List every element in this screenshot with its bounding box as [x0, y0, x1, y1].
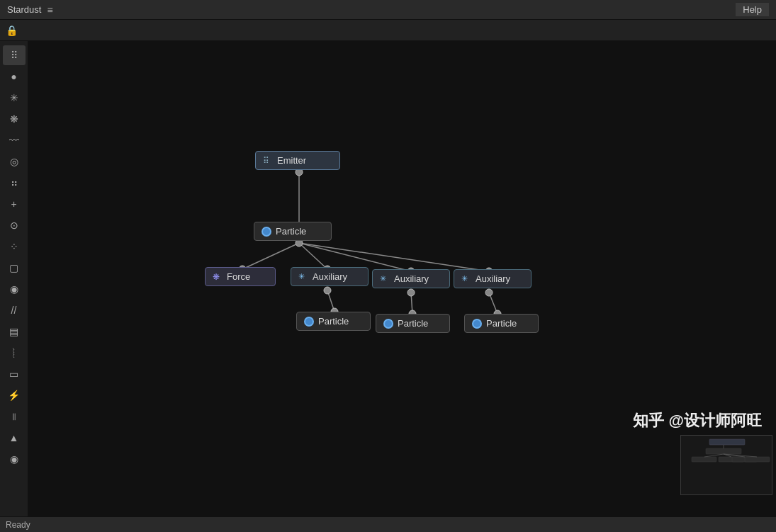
- sidebar: ⠿ ● ✳ ❋ 〰 ◎ ⠶ + ⊙ ⁘ ▢ ◉ // ▤ ⦚ ▭ ⚡ ⦀ ▲ ◉: [0, 41, 28, 516]
- particle-main-label: Particle: [276, 226, 306, 237]
- particle2-label: Particle: [318, 316, 349, 327]
- sidebar-item-panel[interactable]: ▤: [3, 322, 26, 341]
- auxiliary2-node[interactable]: ✳ Auxiliary: [372, 269, 450, 288]
- box-icon: ▢: [9, 262, 18, 273]
- auxiliary1-label: Auxiliary: [313, 271, 347, 282]
- target-icon: ◎: [10, 156, 18, 167]
- help-button[interactable]: Help: [736, 3, 769, 16]
- particle3-label: Particle: [398, 318, 428, 329]
- svg-rect-25: [745, 457, 770, 462]
- sidebar-item-burst[interactable]: ✳: [3, 88, 26, 108]
- svg-line-2: [299, 243, 327, 269]
- svg-point-15: [407, 289, 415, 296]
- dots-circle-icon: ⊙: [10, 220, 18, 231]
- particle2-node[interactable]: Particle: [296, 312, 371, 331]
- triangle-icon: ▲: [9, 432, 19, 443]
- emitter-label: Emitter: [277, 155, 306, 166]
- force-label: Force: [227, 271, 250, 282]
- auxiliary3-icon: ✳: [461, 274, 471, 284]
- sidebar-item-face[interactable]: ◉: [3, 449, 26, 469]
- sidebar-item-sphere[interactable]: ◉: [3, 279, 26, 299]
- minimap[interactable]: [680, 435, 772, 495]
- status-text: Ready: [6, 520, 30, 530]
- particle4-icon: [472, 319, 482, 329]
- minimap-inner: [681, 436, 772, 494]
- lines-icon: //: [11, 305, 17, 316]
- burst-icon: ✳: [10, 92, 18, 103]
- app-title: Stardust: [7, 4, 41, 15]
- auxiliary3-label: Auxiliary: [476, 273, 510, 284]
- sidebar-item-bars[interactable]: ⦚: [3, 343, 26, 363]
- emitter-node[interactable]: ⠿ Emitter: [255, 151, 340, 170]
- emitter-icon: ⠿: [263, 156, 273, 166]
- particle-main-icon: [262, 227, 271, 237]
- particle3-node[interactable]: Particle: [376, 314, 450, 333]
- main-area: ⠿ ● ✳ ❋ 〰 ◎ ⠶ + ⊙ ⁘ ▢ ◉ // ▤ ⦚ ▭ ⚡ ⦀ ▲ ◉: [0, 41, 776, 516]
- auxiliary2-label: Auxiliary: [394, 273, 429, 284]
- svg-line-1: [242, 243, 299, 269]
- plus-icon: +: [11, 198, 16, 210]
- sidebar-item-add[interactable]: +: [3, 194, 26, 214]
- svg-point-14: [324, 287, 331, 294]
- rect-icon: ▭: [9, 368, 18, 380]
- lock-bar: 🔒: [0, 20, 776, 41]
- svg-rect-21: [706, 448, 741, 454]
- swirl-icon: ❋: [10, 113, 18, 125]
- sidebar-item-rect[interactable]: ▭: [3, 364, 26, 384]
- sidebar-item-spark[interactable]: ⚡: [3, 385, 26, 405]
- spark-icon: ⚡: [8, 390, 20, 401]
- sidebar-item-network[interactable]: ⠶: [3, 173, 26, 193]
- sidebar-item-dotscircle[interactable]: ⊙: [3, 215, 26, 235]
- lock-icon: 🔒: [6, 25, 18, 36]
- sidebar-item-wave[interactable]: 〰: [3, 130, 26, 150]
- particle-main-node[interactable]: Particle: [254, 222, 332, 241]
- canvas-area[interactable]: ⠿ Emitter Particle ❋ Force ✳ Auxiliary ✳…: [28, 41, 776, 516]
- top-bar: Stardust ≡ Help: [0, 0, 776, 20]
- particle4-label: Particle: [486, 318, 517, 329]
- auxiliary1-node[interactable]: ✳ Auxiliary: [291, 267, 369, 286]
- svg-rect-20: [709, 439, 745, 445]
- force-node[interactable]: ❋ Force: [205, 267, 276, 286]
- svg-point-16: [485, 289, 493, 296]
- status-bar: Ready: [0, 516, 776, 532]
- bars-icon: ⦚: [11, 347, 16, 358]
- sidebar-item-sliders[interactable]: ⦀: [3, 407, 26, 426]
- svg-rect-22: [692, 457, 716, 462]
- auxiliary2-icon: ✳: [380, 274, 390, 284]
- sidebar-item-circles[interactable]: ⁘: [3, 237, 26, 256]
- sliders-icon: ⦀: [12, 411, 16, 423]
- sidebar-item-circle[interactable]: ●: [3, 67, 26, 86]
- wave-icon: 〰: [9, 135, 19, 146]
- particles-grid-icon: ⠿: [11, 50, 18, 61]
- menu-icon[interactable]: ≡: [47, 4, 52, 16]
- watermark: 知乎 @设计师阿旺: [633, 410, 762, 431]
- svg-line-5: [327, 290, 334, 312]
- svg-line-6: [411, 293, 412, 314]
- sphere-icon: ◉: [10, 283, 18, 295]
- circles-icon: ⁘: [10, 241, 18, 252]
- sidebar-item-box[interactable]: ▢: [3, 258, 26, 278]
- network-icon: ⠶: [11, 177, 18, 188]
- auxiliary1-icon: ✳: [298, 272, 308, 282]
- face-icon: ◉: [10, 453, 18, 465]
- svg-line-27: [704, 454, 724, 457]
- force-icon: ❋: [213, 272, 223, 282]
- sidebar-item-particles[interactable]: ⠿: [3, 45, 26, 65]
- sidebar-item-target[interactable]: ◎: [3, 152, 26, 171]
- circle-icon: ●: [11, 71, 16, 82]
- minimap-svg: [681, 436, 772, 494]
- sidebar-item-lines[interactable]: //: [3, 300, 26, 320]
- svg-line-7: [489, 293, 497, 314]
- particle2-icon: [304, 317, 314, 327]
- auxiliary3-node[interactable]: ✳ Auxiliary: [454, 269, 532, 288]
- particle4-node[interactable]: Particle: [464, 314, 539, 333]
- sidebar-item-triangle[interactable]: ▲: [3, 428, 26, 448]
- sidebar-item-swirl[interactable]: ❋: [3, 109, 26, 129]
- panel-icon: ▤: [9, 326, 18, 337]
- particle3-icon: [383, 319, 393, 329]
